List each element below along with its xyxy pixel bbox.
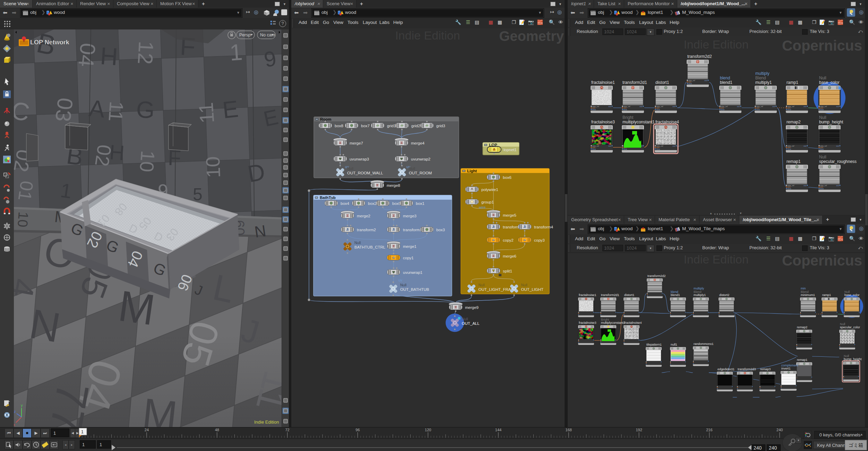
svg-text:Room: Room: [320, 117, 332, 121]
svg-text:H: H: [109, 140, 125, 165]
svg-text:box8: box8: [335, 124, 343, 128]
svg-text:randommono1: randommono1: [694, 342, 713, 346]
svg-text:BATHTUB_CTRL: BATHTUB_CTRL: [354, 245, 386, 249]
svg-text:out: out: [704, 79, 707, 81]
svg-text:base_color: base_color: [819, 80, 840, 85]
svg-text:01: 01: [14, 180, 37, 202]
svg-text:bump_height: bump_height: [819, 120, 843, 124]
svg-text:time: time: [688, 83, 692, 85]
svg-text:invert1: invert1: [781, 367, 791, 370]
svg-text:OUT_ALL: OUT_ALL: [462, 321, 480, 326]
svg-text:LOP Network: LOP Network: [30, 39, 70, 46]
svg-text:11: 11: [104, 101, 128, 122]
svg-text:fractalnoise1: fractalnoise1: [591, 80, 615, 85]
svg-text:out: out: [803, 105, 806, 107]
svg-text:1: 1: [81, 430, 84, 434]
svg-text:fractalnoise3: fractalnoise3: [579, 321, 596, 324]
svg-text:complement: complement: [781, 364, 798, 367]
svg-text:out: out: [639, 105, 642, 107]
svg-text:OUT_BATHTUB: OUT_BATHTUB: [400, 287, 429, 292]
svg-text:polywire1: polywire1: [481, 188, 498, 192]
svg-text:specular_color: specular_color: [840, 326, 860, 329]
svg-text:out: out: [836, 105, 839, 107]
svg-text:time: time: [756, 109, 760, 111]
svg-text:distort2: distort2: [719, 293, 729, 297]
svg-text:24: 24: [145, 428, 149, 432]
svg-text:transform2d1: transform2d1: [622, 80, 647, 85]
svg-text:tilepattern1: tilepattern1: [646, 343, 662, 346]
svg-text:04: 04: [74, 42, 100, 68]
svg-text:box2: box2: [368, 201, 377, 206]
svg-text:multiply1: multiply1: [755, 80, 772, 85]
svg-text:Null: Null: [844, 354, 849, 358]
svg-text:Null: Null: [819, 76, 826, 80]
svg-text:time: time: [820, 188, 824, 190]
svg-text:edgedetect1: edgedetect1: [717, 367, 734, 371]
svg-text:Null: Null: [462, 317, 468, 321]
svg-text:48: 48: [215, 428, 219, 432]
svg-text:Null: Null: [844, 290, 850, 294]
svg-text:Null: Null: [479, 283, 485, 287]
svg-text:time: time: [820, 109, 824, 111]
svg-text:blend1: blend1: [720, 80, 732, 85]
svg-text:11: 11: [194, 102, 218, 124]
svg-text:multiply: multiply: [694, 287, 704, 290]
svg-text:transform2d3: transform2d3: [738, 367, 756, 371]
svg-text:uvunwrap2: uvunwrap2: [411, 157, 430, 161]
svg-text:Null: Null: [819, 115, 826, 120]
svg-text:Bright: Bright: [622, 115, 634, 120]
svg-text:Blend: Blend: [755, 76, 766, 80]
svg-text:Null: Null: [840, 322, 845, 326]
svg-text:copy3: copy3: [534, 238, 545, 242]
svg-text:blend: blend: [671, 290, 678, 294]
svg-text:fractalnoise1: fractalnoise1: [579, 293, 596, 297]
svg-text:remap3: remap3: [760, 367, 771, 371]
svg-text:box1: box1: [416, 201, 424, 206]
svg-text:box4: box4: [341, 201, 350, 206]
svg-text:uvunwrap3: uvunwrap3: [350, 157, 369, 161]
svg-text:transform1: transform1: [403, 228, 422, 232]
svg-text:BathTub: BathTub: [320, 196, 336, 200]
svg-text:10: 10: [136, 150, 159, 173]
svg-text:x: x: [14, 423, 15, 427]
svg-text:transform2d1: transform2d1: [601, 293, 619, 297]
svg-text:time: time: [624, 148, 627, 150]
svg-text:minimum1: minimum1: [801, 293, 815, 297]
svg-text:out: out: [672, 145, 675, 147]
svg-text:out: out: [836, 184, 839, 187]
svg-text:box7: box7: [361, 124, 370, 128]
svg-text:G: G: [136, 96, 155, 123]
svg-text:uv: uv: [398, 278, 403, 282]
svg-text:multiplyconstant1: multiplyconstant1: [601, 321, 625, 324]
svg-text:192: 192: [636, 428, 642, 432]
svg-text:Indie Edition: Indie Edition: [395, 29, 460, 42]
svg-text:03: 03: [51, 96, 78, 123]
svg-text:ramp1: ramp1: [822, 293, 831, 297]
svg-text:Null: Null: [354, 241, 361, 245]
svg-text:out: out: [608, 145, 611, 147]
svg-text:216: 216: [706, 428, 712, 432]
svg-text:5: 5: [193, 185, 203, 204]
svg-text:A: A: [88, 95, 106, 122]
svg-text:time: time: [656, 109, 660, 111]
svg-text:out: out: [772, 105, 775, 107]
svg-text:12: 12: [133, 41, 157, 65]
svg-text:z: z: [14, 409, 16, 414]
svg-text:Null: Null: [400, 283, 406, 287]
svg-text:base_color: base_color: [844, 293, 860, 297]
svg-text:grid3: grid3: [436, 124, 445, 128]
svg-text:time: time: [721, 109, 724, 111]
svg-text:Light: Light: [467, 169, 477, 173]
svg-text:Copernicus: Copernicus: [782, 253, 862, 269]
svg-text:merge8: merge8: [387, 183, 400, 188]
svg-text:lopnet1: lopnet1: [504, 148, 517, 152]
svg-text:group1: group1: [481, 200, 494, 204]
svg-text:transform4: transform4: [534, 225, 553, 229]
svg-text:wire: wire: [479, 205, 485, 209]
svg-text:Null: Null: [409, 166, 415, 171]
svg-text:time: time: [820, 148, 824, 150]
svg-text:1: 1: [229, 39, 243, 65]
svg-text:96: 96: [355, 428, 360, 432]
svg-text:null1: null1: [671, 343, 677, 346]
svg-text:merge3: merge3: [403, 214, 416, 218]
